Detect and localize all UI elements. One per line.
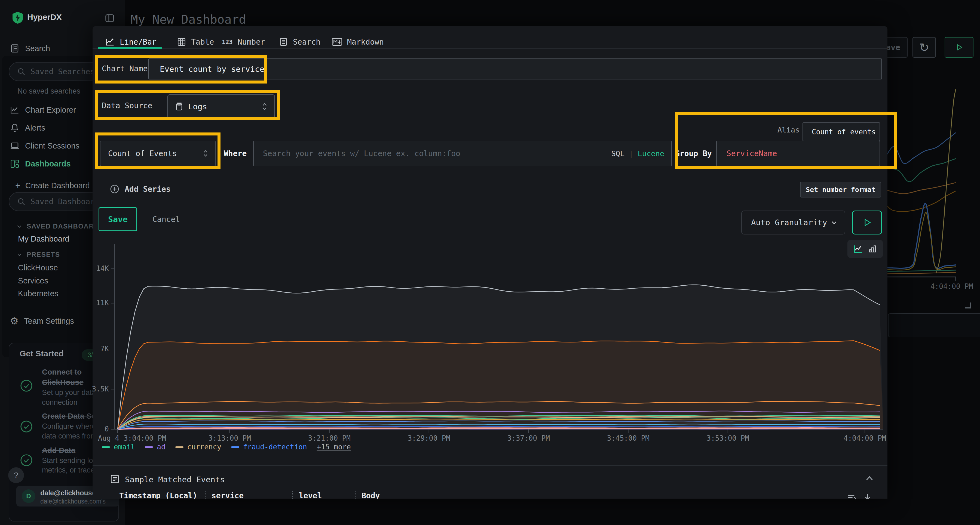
saved-searches-placeholder: Saved Searches bbox=[30, 67, 95, 76]
table-header-icons bbox=[841, 490, 882, 499]
search-icon bbox=[17, 197, 25, 206]
highlight-data-source bbox=[95, 90, 280, 120]
sql-toggle[interactable]: SQL bbox=[611, 149, 624, 158]
document-list-icon bbox=[10, 43, 20, 53]
section-label: PRESETS bbox=[27, 251, 60, 259]
chevron-down-icon bbox=[16, 223, 22, 229]
number-123-icon: 123 bbox=[222, 39, 233, 45]
panel-resize-handle[interactable] bbox=[965, 303, 971, 308]
x-axis-tick-label: 3:29:00 PM bbox=[407, 434, 450, 442]
legend-item-fraud-detection[interactable]: fraud-detection bbox=[231, 443, 307, 451]
tab-search[interactable]: Search bbox=[279, 36, 320, 48]
legend-swatch bbox=[145, 446, 153, 448]
x-axis-tick-label: Aug 4 3:04:00 PM bbox=[98, 434, 166, 442]
sidebar-item-label: Client Sessions bbox=[25, 141, 80, 151]
legend-swatch bbox=[102, 446, 110, 448]
collapse-section-icon[interactable] bbox=[865, 476, 874, 481]
chart-line-icon bbox=[10, 105, 20, 115]
create-dashboard-button[interactable]: + Create Dashboard bbox=[15, 181, 90, 191]
tab-label: Line/Bar bbox=[120, 38, 156, 46]
sidebar-item-label: Alerts bbox=[25, 124, 45, 132]
collapse-sidebar-icon[interactable] bbox=[104, 13, 115, 24]
tabbar-divider bbox=[92, 48, 888, 49]
chevron-down-icon bbox=[16, 252, 22, 258]
sidebar-item-kubernetes[interactable]: Kubernetes bbox=[18, 289, 58, 298]
plus-icon: + bbox=[15, 181, 21, 191]
step-title: Add Data bbox=[42, 446, 75, 455]
section-saved-dashboards[interactable]: SAVED DASHBOARDS bbox=[16, 222, 104, 230]
save-button[interactable]: Save bbox=[99, 207, 137, 231]
legend-item-email[interactable]: email bbox=[102, 443, 135, 451]
table-column-header[interactable]: Body bbox=[355, 491, 589, 499]
section-presets[interactable]: PRESETS bbox=[16, 251, 60, 259]
run-chart-button[interactable] bbox=[852, 211, 882, 235]
tab-markdown[interactable]: Markdown bbox=[332, 36, 384, 48]
legend-label: email bbox=[114, 443, 135, 451]
sidebar-item-label: Dashboards bbox=[25, 159, 71, 168]
x-axis-tick-label: 3:13:00 PM bbox=[208, 434, 251, 442]
table-column-header[interactable]: Timestamp (Local) bbox=[119, 491, 205, 499]
x-axis-tick-label: 3:21:00 PM bbox=[308, 434, 351, 442]
active-tab-underline bbox=[98, 48, 162, 49]
sample-matched-events-title: Sample Matched Events bbox=[125, 475, 225, 484]
avatar: D bbox=[22, 489, 35, 503]
y-axis-tick-label: 14K bbox=[87, 265, 109, 273]
help-button[interactable]: ? bbox=[8, 467, 24, 483]
laptop-icon bbox=[10, 141, 20, 151]
legend-more-link[interactable]: +15 more bbox=[317, 443, 351, 451]
sidebar-item-clickhouse[interactable]: ClickHouse bbox=[18, 263, 58, 272]
bell-icon bbox=[10, 123, 20, 133]
where-label: Where bbox=[224, 149, 247, 158]
check-circle-icon bbox=[20, 379, 33, 392]
markdown-icon bbox=[332, 38, 342, 46]
main-chart[interactable] bbox=[98, 242, 888, 436]
add-series-label: Add Series bbox=[125, 185, 171, 194]
create-dashboard-label: Create Dashboard bbox=[25, 181, 90, 190]
cancel-button[interactable]: Cancel bbox=[153, 215, 180, 224]
granularity-select[interactable]: Auto Granularity bbox=[741, 211, 845, 235]
table-column-header[interactable]: level bbox=[292, 491, 355, 499]
highlight-aggregation bbox=[95, 132, 221, 169]
events-table-header: Timestamp (Local)servicelevelBody bbox=[119, 490, 827, 499]
page-title: My New Dashboard bbox=[130, 13, 246, 26]
add-series-button[interactable]: Add Series bbox=[110, 184, 171, 194]
tab-number[interactable]: 123 Number bbox=[222, 36, 265, 48]
legend-swatch bbox=[231, 446, 239, 448]
lucene-toggle[interactable]: Lucene bbox=[638, 149, 664, 158]
tab-table[interactable]: Table bbox=[177, 36, 214, 48]
hyperdx-logo-icon bbox=[12, 11, 24, 24]
sidebar-item-my-dashboard[interactable]: My Dashboard bbox=[18, 235, 69, 243]
legend-item-ad[interactable]: ad bbox=[145, 443, 165, 451]
tab-label: Table bbox=[191, 38, 214, 46]
refresh-button[interactable]: ↻ bbox=[913, 37, 936, 58]
background-input[interactable] bbox=[888, 313, 980, 337]
table-column-header[interactable]: service bbox=[205, 491, 292, 499]
no-saved-searches-text: No saved searches bbox=[18, 87, 80, 95]
where-input[interactable]: Search your events w/ Lucene ex. column:… bbox=[253, 141, 672, 166]
chart-series-area bbox=[118, 285, 883, 429]
sidebar-item-services[interactable]: Services bbox=[18, 276, 48, 285]
x-axis-tick-label: 4:04:00 PM bbox=[844, 434, 886, 442]
sidebar-item-label: Chart Explorer bbox=[25, 106, 76, 114]
legend-label: ad bbox=[157, 443, 165, 451]
legend-item-currency[interactable]: currency bbox=[175, 443, 221, 451]
play-icon bbox=[862, 218, 872, 227]
set-number-format-button[interactable]: Set number format bbox=[800, 182, 881, 197]
filter-sort-icon[interactable] bbox=[846, 493, 858, 499]
brand-name: HyperDX bbox=[27, 13, 62, 22]
tab-line-bar[interactable]: Line/Bar bbox=[105, 36, 156, 48]
dashboard-play-button[interactable] bbox=[945, 37, 974, 58]
background-chart-line bbox=[886, 203, 956, 268]
alias-connector-line bbox=[99, 130, 772, 130]
legend-label: currency bbox=[187, 443, 221, 451]
highlight-chart-name bbox=[95, 55, 267, 84]
y-axis-tick-label: 7K bbox=[87, 345, 109, 353]
chevron-down-icon bbox=[830, 219, 838, 226]
background-chart-line bbox=[886, 182, 956, 194]
sidebar-item-label: Team Settings bbox=[24, 317, 74, 326]
gear-icon: ⚙ bbox=[10, 316, 19, 326]
download-icon[interactable] bbox=[862, 492, 873, 499]
screen: HyperDX Search Saved Searches No saved s… bbox=[0, 0, 980, 525]
section-divider bbox=[92, 465, 888, 466]
legend-swatch bbox=[175, 446, 183, 448]
